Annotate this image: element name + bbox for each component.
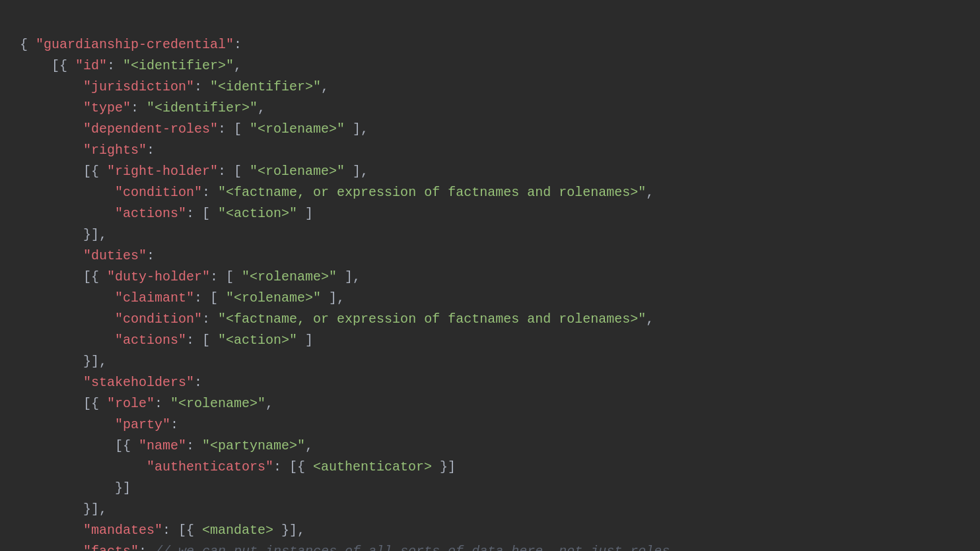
code-line: [{ "duty-holder": [ "<rolename>" ], <box>20 267 960 288</box>
punctuation-token: : <box>139 544 155 551</box>
punctuation-token: ] <box>297 333 313 348</box>
code-line: [{ "id": "<identifier>", <box>20 55 960 77</box>
key-token: "jurisdiction" <box>83 79 194 94</box>
code-line: "actions": [ "<action>" ] <box>20 330 960 351</box>
key-token: "dependent-roles" <box>83 121 218 137</box>
key-token: "authenticators" <box>147 459 273 474</box>
key-token: "condition" <box>115 185 202 200</box>
punctuation-token: ] <box>297 206 313 221</box>
key-token: "duty-holder" <box>107 269 210 284</box>
punctuation-token: : <box>170 417 178 432</box>
code-line: [{ "role": "<rolename>", <box>20 393 960 414</box>
bracket-token: [{ <box>115 438 139 453</box>
punctuation-token: : <box>186 438 202 453</box>
key-token: "condition" <box>115 311 202 327</box>
key-token: "guardianship-credential" <box>36 37 234 52</box>
punctuation-token: : <box>234 37 242 52</box>
punctuation-token: , <box>646 311 654 327</box>
key-token: "duties" <box>83 248 147 263</box>
punctuation-token: : <box>202 311 218 327</box>
key-token: "rights" <box>83 143 147 158</box>
code-line: "type": "<identifier>", <box>20 98 960 119</box>
punctuation-token: : [ <box>186 206 218 221</box>
template-val-token: "<rolename>" <box>242 269 337 284</box>
punctuation-token: ], <box>345 164 368 179</box>
key-token: "actions" <box>115 206 186 221</box>
punctuation-token: : [{ <box>162 523 202 538</box>
template-val-token: "<identifier>" <box>147 100 258 115</box>
code-editor: { "guardianship-credential": [{ "id": "<… <box>20 13 960 551</box>
punctuation-token: }] <box>432 459 456 474</box>
key-token: "role" <box>107 396 155 411</box>
template-val-token: "<factname, or expression of factnames a… <box>218 311 646 327</box>
key-token: "party" <box>115 417 170 432</box>
punctuation-token: : <box>155 396 170 411</box>
template-val-token: "<action>" <box>218 333 297 348</box>
key-token: "name" <box>139 438 186 453</box>
code-line: }], <box>20 351 960 372</box>
template-val-token: "<rolename>" <box>226 290 321 306</box>
punctuation-token: ], <box>345 121 368 137</box>
code-line: [{ "right-holder": [ "<rolename>" ], <box>20 161 960 182</box>
template-val-token: "<action>" <box>218 206 297 221</box>
code-line: "jurisdiction": "<identifier>", <box>20 77 960 98</box>
bracket-token: [{ <box>52 58 75 73</box>
code-line: "mandates": [{ <mandate> }], <box>20 520 960 541</box>
comment-token: // we can put instances of all sorts of … <box>155 544 670 551</box>
punctuation-token: : [ <box>210 269 242 284</box>
code-line: "stakeholders": <box>20 372 960 393</box>
punctuation-token: : <box>147 143 155 158</box>
punctuation-token: ], <box>337 269 361 284</box>
code-line: "authenticators": [{ <authenticator> }] <box>20 457 960 478</box>
code-line: "rights": <box>20 140 960 161</box>
punctuation-token: , <box>646 185 654 200</box>
punctuation-token: , <box>265 396 273 411</box>
bracket-token: [{ <box>83 164 107 179</box>
punctuation-token: : [ <box>218 164 250 179</box>
punctuation-token: : [ <box>218 121 250 137</box>
code-line: }], <box>20 499 960 520</box>
punctuation-token: ], <box>321 290 345 306</box>
template-val-token: "<factname, or expression of factnames a… <box>218 185 646 200</box>
key-token: "actions" <box>115 333 186 348</box>
code-line: "facts": // we can put instances of all … <box>20 541 960 551</box>
punctuation-token: : <box>107 58 123 73</box>
punctuation-token: , <box>321 79 329 94</box>
key-token: "claimant" <box>115 290 194 306</box>
key-token: "id" <box>75 58 107 73</box>
key-token: "mandates" <box>83 523 162 538</box>
code-line: "condition": "<factname, or expression o… <box>20 182 960 203</box>
punctuation-token: { <box>20 37 36 52</box>
code-line: "actions": [ "<action>" ] <box>20 203 960 224</box>
key-token: "right-holder" <box>107 164 218 179</box>
punctuation-token: : <box>147 248 155 263</box>
bracket-token: }], <box>83 354 107 369</box>
punctuation-token: : <box>202 185 218 200</box>
punctuation-token: : [ <box>186 333 218 348</box>
bracket-token: }], <box>83 227 107 242</box>
template-val-token: "<identifier>" <box>210 79 321 94</box>
punctuation-token: : <box>194 375 202 390</box>
punctuation-token: }], <box>273 523 305 538</box>
punctuation-token: : [{ <box>273 459 313 474</box>
code-line: "party": <box>20 414 960 436</box>
punctuation-token: : <box>194 79 210 94</box>
punctuation-token: , <box>258 100 265 115</box>
bracket-token: }], <box>83 502 107 517</box>
template-val-token: "<partyname>" <box>202 438 305 453</box>
bracket-token: [{ <box>83 269 107 284</box>
punctuation-token: , <box>305 438 313 453</box>
template-val-token: <mandate> <box>202 523 273 538</box>
code-line: { "guardianship-credential": <box>20 34 960 55</box>
key-token: "stakeholders" <box>83 375 194 390</box>
punctuation-token: : [ <box>194 290 226 306</box>
code-line: }], <box>20 224 960 245</box>
bracket-token: [{ <box>83 396 107 411</box>
code-line: "dependent-roles": [ "<rolename>" ], <box>20 119 960 140</box>
template-val-token: "<rolename>" <box>250 121 345 137</box>
code-line: "duties": <box>20 245 960 267</box>
punctuation-token: , <box>234 58 242 73</box>
template-val-token: <authenticator> <box>313 459 432 474</box>
bracket-token: }] <box>115 480 131 496</box>
code-line: "condition": "<factname, or expression o… <box>20 309 960 330</box>
